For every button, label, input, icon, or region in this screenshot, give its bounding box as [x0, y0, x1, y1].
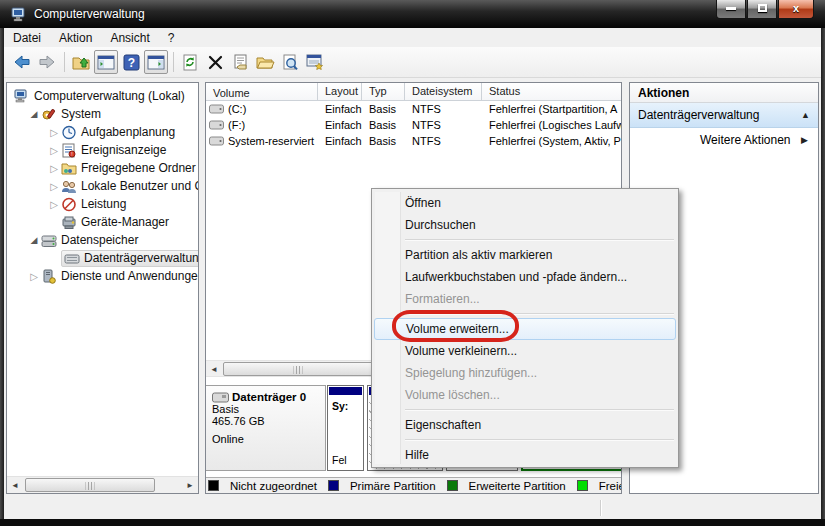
- minimize-button[interactable]: [716, 0, 746, 19]
- scroll-left-icon[interactable]: ◄: [8, 479, 22, 492]
- tree-horizontal-scrollbar[interactable]: ◄ ►: [7, 476, 198, 493]
- column-header-dateisystem[interactable]: Dateisystem: [405, 83, 482, 100]
- open-folder-button[interactable]: [253, 50, 277, 74]
- collapsed-icon[interactable]: ▷: [47, 127, 61, 138]
- tree-item-datentraegerverwaltung[interactable]: Datenträgerverwaltung: [7, 249, 198, 267]
- refresh-button[interactable]: [178, 50, 202, 74]
- collapsed-icon[interactable]: ▷: [47, 163, 61, 174]
- collapsed-icon[interactable]: ▷: [27, 271, 41, 282]
- tree-item-system[interactable]: ◢ System: [7, 105, 198, 123]
- collapsed-icon[interactable]: ▷: [47, 145, 61, 156]
- show-console-tree-button[interactable]: [94, 50, 118, 74]
- system-tools-icon: [41, 107, 57, 122]
- scrollbar-grip: [294, 366, 303, 374]
- volume-typ: Basis: [362, 103, 405, 115]
- find-button[interactable]: [278, 50, 302, 74]
- tree-item-dienste-und-anwendungen[interactable]: ▷ Dienste und Anwendungen: [7, 267, 198, 285]
- scroll-left-icon[interactable]: ◄: [207, 363, 221, 376]
- titlebar[interactable]: Computerverwaltung x: [0, 0, 825, 28]
- statusbar-divider: [600, 500, 602, 516]
- menu-item-partition-aktiv[interactable]: Partition als aktiv markieren: [374, 244, 676, 266]
- partition-system-reserviert[interactable]: Sy: Fel: [327, 385, 364, 471]
- scrollbar-grip: [86, 482, 95, 490]
- volume-filesystem: NTFS: [405, 135, 482, 147]
- partition-status: Fel: [332, 454, 347, 466]
- menu-item-formatieren: Formatieren...: [374, 288, 676, 310]
- collapse-up-icon[interactable]: ▲: [801, 110, 810, 120]
- menu-item-durchsuchen[interactable]: Durchsuchen: [374, 214, 676, 236]
- column-header-layout[interactable]: Layout: [318, 83, 362, 100]
- collapsed-icon[interactable]: ▷: [47, 181, 61, 192]
- maximize-icon: [758, 4, 767, 12]
- local-users-icon: [61, 179, 77, 194]
- properties-button[interactable]: [228, 50, 252, 74]
- window-border-right: [821, 28, 825, 526]
- computer-icon: [11, 6, 28, 23]
- collapsed-icon[interactable]: ▷: [47, 199, 61, 210]
- maximize-button[interactable]: [747, 0, 777, 19]
- column-header-volume[interactable]: Volume: [206, 83, 318, 100]
- scrollbar-thumb[interactable]: [223, 362, 373, 376]
- tree-item-leistung[interactable]: ▷ Leistung: [7, 195, 198, 213]
- minimize-icon: [726, 7, 736, 10]
- submenu-right-icon[interactable]: ▶: [801, 135, 808, 145]
- tree-item-label: Computerverwaltung (Lokal): [34, 89, 185, 103]
- disk-console-icon: [306, 54, 324, 70]
- up-one-level-button[interactable]: [69, 50, 93, 74]
- disk-0-label-box[interactable]: Datenträger 0 Basis 465.76 GB Online: [206, 385, 326, 471]
- volume-table-header: Volume Layout Typ Dateisystem Status: [206, 83, 621, 101]
- disk-icon: [212, 392, 229, 403]
- volume-filesystem: NTFS: [405, 103, 482, 115]
- legend-extended-swatch: [447, 480, 458, 491]
- actions-weitere-aktionen[interactable]: Weitere Aktionen ▶: [630, 128, 818, 152]
- volume-row-c[interactable]: (C:) Einfach Basis NTFS Fehlerfrei (Star…: [206, 101, 621, 117]
- tree-item-computerverwaltung[interactable]: Computerverwaltung (Lokal): [7, 87, 198, 105]
- legend-label: Primäre Partition: [350, 480, 436, 492]
- menu-item-volume-loeschen: Volume löschen...: [374, 384, 676, 406]
- menu-item-spiegelung: Spiegelung hinzufügen...: [374, 362, 676, 384]
- toolbar-separator: [173, 52, 174, 72]
- menu-item-volume-verkleinern[interactable]: Volume verkleinern...: [374, 340, 676, 362]
- scroll-right-icon[interactable]: ►: [183, 479, 197, 492]
- column-header-status[interactable]: Status: [482, 83, 621, 100]
- tree-item-label: Aufgabenplanung: [81, 125, 175, 139]
- column-header-typ[interactable]: Typ: [362, 83, 405, 100]
- forward-icon: [38, 54, 56, 70]
- volume-row-system-reserviert[interactable]: System-reserviert Einfach Basis NTFS Feh…: [206, 133, 621, 149]
- expanded-icon[interactable]: ◢: [27, 109, 41, 119]
- volume-icon: [209, 120, 224, 130]
- forward-button[interactable]: [35, 50, 59, 74]
- delete-icon: [208, 55, 223, 70]
- expanded-icon[interactable]: ◢: [27, 235, 41, 245]
- menu-item-eigenschaften[interactable]: Eigenschaften: [374, 414, 676, 436]
- actions-header: Aktionen: [630, 83, 818, 103]
- menu-ansicht[interactable]: Ansicht: [101, 29, 158, 47]
- show-action-pane-button[interactable]: [144, 50, 168, 74]
- volume-status: Fehlerfrei (System, Aktiv, P: [482, 135, 621, 147]
- tree-item-freigegebene-ordner[interactable]: ▷ Freigegebene Ordner: [7, 159, 198, 177]
- tree-item-ereignisanzeige[interactable]: ▷ ! Ereignisanzeige: [7, 141, 198, 159]
- menu-item-hilfe[interactable]: Hilfe: [374, 444, 676, 466]
- help-button[interactable]: ?: [119, 50, 143, 74]
- action-pane-icon: [147, 55, 165, 70]
- actions-datentraegerverwaltung[interactable]: Datenträgerverwaltung ▲: [630, 103, 818, 128]
- close-button[interactable]: x: [778, 0, 814, 19]
- disk-console-button[interactable]: [303, 50, 327, 74]
- menu-item-laufwerkbuchstaben[interactable]: Laufwerkbuchstaben und -pfade ändern...: [374, 266, 676, 288]
- delete-button[interactable]: [203, 50, 227, 74]
- menu-datei[interactable]: Datei: [4, 29, 50, 47]
- menu-item-oeffnen[interactable]: Öffnen: [374, 192, 676, 214]
- tree-item-datenspeicher[interactable]: ◢ Datenspeicher: [7, 231, 198, 249]
- scrollbar-thumb[interactable]: [25, 478, 155, 492]
- menu-help[interactable]: ?: [159, 29, 184, 47]
- menu-aktion[interactable]: Aktion: [50, 29, 101, 47]
- tree-item-geraete-manager[interactable]: Geräte-Manager: [7, 213, 198, 231]
- volume-row-f[interactable]: (F:) Einfach Basis NTFS Fehlerfrei (Logi…: [206, 117, 621, 133]
- volume-typ: Basis: [362, 119, 405, 131]
- task-scheduler-icon: [61, 125, 77, 140]
- tree-item-lokale-benutzer[interactable]: ▷ Lokale Benutzer und Gru: [7, 177, 198, 195]
- volume-name: (C:): [228, 103, 246, 115]
- help-icon: ?: [123, 54, 140, 71]
- back-button[interactable]: [10, 50, 34, 74]
- tree-item-aufgabenplanung[interactable]: ▷ Aufgabenplanung: [7, 123, 198, 141]
